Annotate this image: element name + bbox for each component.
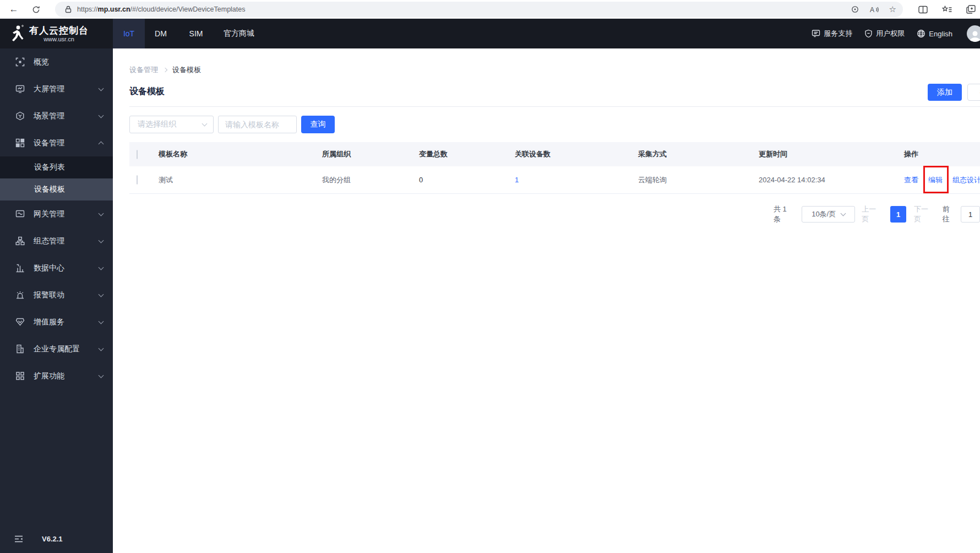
collections-icon[interactable]	[966, 5, 976, 14]
goto-page-input[interactable]: 1	[961, 206, 980, 223]
cell-device-count-link[interactable]: 1	[515, 176, 519, 184]
person-icon	[968, 30, 980, 42]
sidebar-item-overview[interactable]: 概览	[0, 48, 113, 75]
chevron-down-icon	[99, 291, 104, 297]
chevron-down-icon	[202, 121, 208, 127]
page-size-select[interactable]: 10条/页	[802, 206, 855, 223]
tab-mall[interactable]: 官方商城	[215, 19, 263, 48]
chevron-down-icon	[841, 211, 846, 216]
view-link[interactable]: 查看	[904, 175, 918, 185]
collapse-sidebar-icon[interactable]	[14, 535, 23, 543]
total-count: 共 1 条	[774, 204, 795, 224]
chevron-up-icon	[99, 142, 104, 147]
breadcrumb-device-templates: 设备模板	[172, 65, 201, 75]
sidebar-item-configuration-management[interactable]: 组态管理	[0, 227, 113, 254]
sidebar-subitem-device-templates[interactable]: 设备模板	[0, 178, 113, 200]
browser-chrome: ← https://mp.usr.cn/#/cloud/device/ViewD…	[0, 0, 980, 19]
cell-template-name: 测试	[159, 175, 322, 185]
scene-management-icon	[15, 111, 25, 121]
table-row: 测试 我的分组 0 1 云端轮询 2024-04-22 14:02:34 查看 …	[129, 166, 980, 194]
service-support[interactable]: 服务支持	[812, 29, 852, 39]
sidebar-item-scene-management[interactable]: 场景管理	[0, 102, 113, 129]
page-title: 设备模板	[129, 86, 165, 97]
title-divider	[129, 106, 980, 107]
app-title: 有人云控制台	[29, 25, 89, 36]
sidebar-item-gateway-management[interactable]: 网关管理	[0, 200, 113, 227]
screen: ← https://mp.usr.cn/#/cloud/device/ViewD…	[0, 0, 980, 553]
read-aloud-icon[interactable]: A	[869, 6, 879, 14]
prev-page-button[interactable]: 上一页	[862, 204, 883, 224]
top-navbar: 有人云控制台 www.usr.cn IoT DM SIM 官方商城 服务支持 用…	[0, 19, 980, 48]
extended-functions-icon	[15, 371, 25, 381]
col-header-variable-count: 变量总数	[419, 149, 515, 159]
main-content: 设备管理 设备模板 设备模板 添加 批 请选择组织 查询 模板名称 所属组织 变…	[113, 48, 980, 553]
search-button[interactable]: 查询	[301, 116, 335, 133]
favorite-star-icon[interactable]: ☆	[889, 4, 896, 14]
next-page-button[interactable]: 下一页	[914, 204, 935, 224]
sidebar-item-alarm-linkage[interactable]: 报警联动	[0, 281, 113, 308]
user-permissions[interactable]: 用户权限	[864, 29, 905, 39]
col-header-device-count: 关联设备数	[515, 149, 638, 159]
chevron-down-icon	[99, 112, 104, 118]
target-icon[interactable]	[851, 5, 859, 14]
scada-design-link[interactable]: 组态设计	[952, 175, 980, 185]
cell-organization: 我的分组	[322, 175, 419, 185]
cell-collect-mode: 云端轮询	[638, 175, 759, 185]
edit-link[interactable]: 编辑	[928, 175, 943, 185]
templates-table: 模板名称 所属组织 变量总数 关联设备数 采集方式 更新时间 操作 测试 我的分…	[129, 142, 980, 194]
col-header-organization: 所属组织	[322, 149, 419, 159]
logo[interactable]: 有人云控制台 www.usr.cn	[0, 19, 113, 48]
back-icon[interactable]: ←	[7, 2, 21, 17]
batch-button-partial[interactable]: 批	[967, 84, 980, 101]
sidebar-item-data-center[interactable]: 数据中心	[0, 254, 113, 281]
row-checkbox[interactable]	[137, 175, 138, 185]
sidebar-item-value-added-services[interactable]: 增值服务	[0, 308, 113, 335]
gateway-management-icon	[15, 209, 25, 219]
breadcrumb-separator-icon	[163, 68, 167, 72]
goto-label: 前往	[943, 204, 956, 224]
breadcrumb: 设备管理 设备模板	[129, 65, 201, 75]
cell-actions: 查看 编辑 组态设计	[904, 175, 980, 185]
col-header-actions: 操作	[904, 149, 980, 159]
cell-update-time: 2024-04-22 14:02:34	[759, 176, 904, 184]
tab-dm[interactable]: DM	[145, 19, 177, 48]
add-button[interactable]: 添加	[928, 84, 962, 101]
select-all-checkbox[interactable]	[137, 150, 138, 159]
alarm-linkage-icon	[15, 290, 25, 300]
tab-iot[interactable]: IoT	[113, 19, 145, 48]
app-subtitle: www.usr.cn	[29, 36, 89, 42]
page-number-1[interactable]: 1	[890, 206, 906, 223]
chat-icon	[812, 29, 820, 38]
refresh-icon[interactable]	[29, 2, 43, 17]
col-header-collect-mode: 采集方式	[638, 149, 759, 159]
organization-select[interactable]: 请选择组织	[129, 116, 214, 133]
sidebar-item-screen-management[interactable]: 大屏管理	[0, 75, 113, 102]
sidebar-item-enterprise-config[interactable]: 企业专属配置	[0, 335, 113, 362]
version-label: V6.2.1	[42, 535, 63, 543]
lock-icon[interactable]	[65, 6, 72, 13]
address-bar[interactable]: https://mp.usr.cn/#/cloud/device/ViewDev…	[55, 2, 903, 17]
chevron-down-icon	[99, 237, 104, 243]
col-header-template-name: 模板名称	[159, 149, 322, 159]
sidebar-item-extended-functions[interactable]: 扩展功能	[0, 362, 113, 389]
filter-bar: 请选择组织 查询	[129, 116, 335, 133]
url-text: https://mp.usr.cn/#/cloud/device/ViewDev…	[77, 6, 245, 13]
screen-management-icon	[15, 84, 25, 94]
pagination: 共 1 条 10条/页 上一页 1 下一页 前往 1	[774, 204, 980, 224]
favorites-bar-icon[interactable]	[942, 6, 952, 14]
template-name-input[interactable]	[218, 116, 297, 133]
sidebar-subitem-device-list[interactable]: 设备列表	[0, 156, 113, 178]
split-screen-icon[interactable]	[918, 6, 928, 14]
breadcrumb-device-management[interactable]: 设备管理	[129, 65, 158, 75]
product-tabs: IoT DM SIM 官方商城	[113, 19, 263, 48]
col-header-update-time: 更新时间	[759, 149, 904, 159]
value-added-services-icon	[15, 317, 25, 327]
usr-logo-icon	[8, 24, 24, 43]
data-center-icon	[15, 263, 25, 273]
sidebar: 概览 大屏管理 场景管理 设备管理 设备列表 设备模板 网关管理	[0, 48, 113, 553]
sidebar-item-device-management[interactable]: 设备管理	[0, 129, 113, 156]
chevron-down-icon	[99, 318, 104, 324]
tab-sim[interactable]: SIM	[177, 19, 215, 48]
language-switch[interactable]: English	[917, 29, 952, 38]
user-avatar[interactable]	[967, 25, 980, 42]
